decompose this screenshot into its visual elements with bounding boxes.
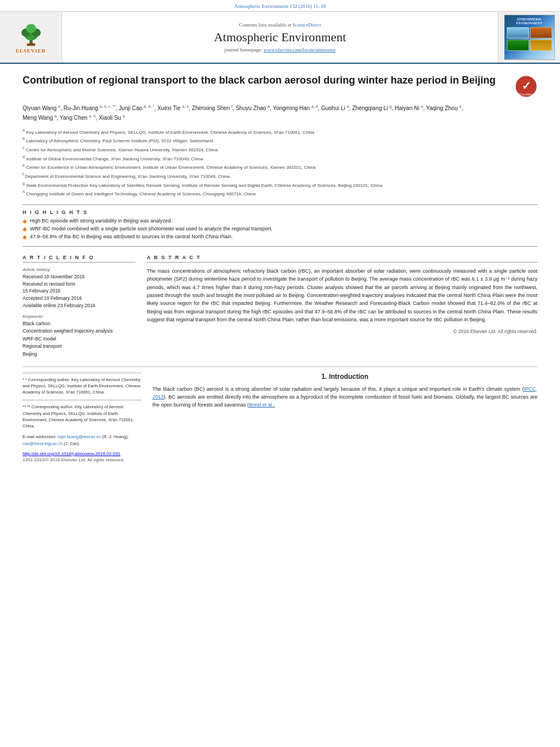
- section-divider: [23, 366, 537, 367]
- elsevier-logo: ELSEVIER: [14, 21, 48, 54]
- abstract-heading: A B S T R A C T: [147, 255, 537, 263]
- thumb-img-1: [507, 27, 529, 38]
- highlight-1: ◆ High BC episode with strong variabilit…: [23, 218, 537, 224]
- sciencedirect-link[interactable]: ScienceDirect: [292, 22, 321, 28]
- homepage-link[interactable]: www.elsevier.com/locate/atmosenv: [264, 47, 335, 53]
- article-title: Contribution of regional transport to th…: [23, 74, 506, 87]
- highlight-2: ◆ WRF-BC model combined with a single pa…: [23, 226, 537, 232]
- revised-label: Received in revised form: [23, 281, 135, 288]
- received-date: Received 18 November 2015: [23, 273, 135, 281]
- sciencedirect-line: Contents lists available at ScienceDirec…: [239, 22, 321, 28]
- highlight-bullet-1: ◆: [23, 218, 27, 224]
- footnote-block-1: * * Corresponding author. Key Laboratory…: [23, 373, 141, 396]
- kw-2: Concentration weighted trajectory analys…: [23, 327, 135, 335]
- kw-3: WRF-BC model: [23, 335, 135, 343]
- highlights-section: H I G H L I G H T S ◆ High BC episode wi…: [23, 204, 537, 247]
- keywords-label: Keywords:: [23, 314, 135, 319]
- elsevier-logo-area: ELSEVIER: [0, 12, 62, 63]
- footnote-1-text: * * Corresponding author. Key Laboratory…: [23, 377, 141, 396]
- copyright-line: © 2016 Elsevier Ltd. All rights reserved…: [147, 329, 537, 334]
- issn-line: 1352-2310/© 2016 Elsevier Ltd. All right…: [23, 457, 141, 462]
- kw-5: Beijing: [23, 351, 135, 359]
- affil-e: e Center for Excellence in Urban Atmosph…: [23, 163, 537, 171]
- journal-thumbnail-area: ATMOSPHERICENVIRONMENT: [498, 12, 560, 63]
- footnote-2-text: ** ** Corresponding author. Key Laborato…: [23, 404, 141, 429]
- journal-header: ELSEVIER Contents lists available at Sci…: [0, 12, 560, 64]
- email-link-1[interactable]: rujin.huang@ieecas.cn: [58, 434, 100, 439]
- elsevier-brand-text: ELSEVIER: [16, 48, 46, 54]
- thumb-img-3: [507, 40, 529, 51]
- affil-c: c Centre for Atmospheric and Marine Scie…: [23, 145, 537, 154]
- highlight-bullet-3: ◆: [23, 234, 27, 240]
- doi-link[interactable]: http://dx.doi.org/10.1016/j.atmosenv.201…: [23, 451, 120, 456]
- bond-link[interactable]: Bond et al.,: [249, 402, 275, 408]
- thumb-title: ATMOSPHERICENVIRONMENT: [516, 18, 542, 25]
- svg-text:CrossMark: CrossMark: [519, 93, 533, 96]
- authors-section: Qiyuan Wang a, Ru-Jin Huang a, b, c, **,…: [23, 103, 537, 123]
- abstract-text: The mass concentrations of atmospheric r…: [147, 267, 537, 324]
- email-link-2[interactable]: cao@loess.llqg.ac.cn: [23, 441, 63, 446]
- keywords-block: Keywords: Black carbon Concentration wei…: [23, 314, 135, 359]
- article-info-col: A R T I C L E I N F O Article history: R…: [23, 255, 135, 359]
- svg-text:✓: ✓: [522, 80, 531, 92]
- footnotes-col: * * Corresponding author. Key Laboratory…: [23, 373, 141, 462]
- abstract-col: A B S T R A C T The mass concentrations …: [147, 255, 537, 359]
- main-content: Contribution of regional transport to th…: [0, 64, 560, 474]
- article-title-row: Contribution of regional transport to th…: [23, 74, 537, 98]
- footnote-block-2: ** ** Corresponding author. Key Laborato…: [23, 400, 141, 429]
- introduction-col: 1. Introduction The black carbon (BC) ae…: [152, 373, 537, 462]
- history-label: Article history:: [23, 267, 135, 272]
- elsevier-tree-icon: [14, 21, 48, 47]
- highlight-bullet-2: ◆: [23, 226, 27, 232]
- bottom-section: * * Corresponding author. Key Laboratory…: [23, 373, 537, 462]
- affil-b: b Laboratory of Atmospheric Chemistry, P…: [23, 136, 537, 145]
- page: Atmospheric Environment 132 (2016) 11–18…: [0, 0, 560, 747]
- affil-g: g State Environmental Protection Key Lab…: [23, 181, 537, 189]
- kw-4: Regional transport: [23, 343, 135, 351]
- journal-title: Atmospheric Environment: [214, 30, 346, 45]
- citation-text: Atmospheric Environment 132 (2016) 11–18: [234, 3, 326, 9]
- affiliations-section: a Key Laboratory of Aerosol Chemistry an…: [23, 128, 537, 198]
- email-footnote: E-mail addresses: rujin.huang@ieecas.cn …: [23, 434, 141, 447]
- citation-bar: Atmospheric Environment 132 (2016) 11–18: [0, 0, 560, 12]
- crossmark-badge[interactable]: ✓ CrossMark: [515, 75, 537, 98]
- journal-thumbnail: ATMOSPHERICENVIRONMENT: [504, 15, 555, 60]
- kw-1: Black carbon: [23, 320, 135, 328]
- thumb-img-2: [530, 27, 552, 38]
- affil-h: h Chongqing Institute of Green and Intel…: [23, 189, 537, 198]
- highlight-3: ◆ 47.9–56.8% of the BC in Beijing was at…: [23, 234, 537, 240]
- revised-date: 15 February 2016: [23, 287, 135, 295]
- article-info-heading: A R T I C L E I N F O: [23, 255, 135, 263]
- affil-d: d Institute of Global Environmental Chan…: [23, 154, 537, 163]
- highlights-title: H I G H L I G H T S: [23, 209, 537, 215]
- accepted-date: Accepted 19 February 2016: [23, 295, 135, 302]
- journal-info-center: Contents lists available at ScienceDirec…: [62, 12, 498, 63]
- article-history-block: Article history: Received 18 November 20…: [23, 267, 135, 309]
- available-date: Available online 23 February 2016: [23, 302, 135, 309]
- article-info-abstract-row: A R T I C L E I N F O Article history: R…: [23, 255, 537, 359]
- thumb-images: [507, 27, 552, 51]
- svg-point-4: [26, 24, 36, 33]
- journal-homepage: journal homepage: www.elsevier.com/locat…: [225, 47, 336, 53]
- thumb-img-4: [530, 40, 552, 51]
- svg-rect-5: [27, 43, 34, 46]
- intro-heading: 1. Introduction: [152, 373, 537, 381]
- affil-f: f Department of Environmental Science an…: [23, 172, 537, 180]
- intro-text: The black carbon (BC) aerosol is a stron…: [152, 385, 537, 409]
- affil-a: a Key Laboratory of Aerosol Chemistry an…: [23, 128, 537, 136]
- doi-line: http://dx.doi.org/10.1016/j.atmosenv.201…: [23, 451, 141, 456]
